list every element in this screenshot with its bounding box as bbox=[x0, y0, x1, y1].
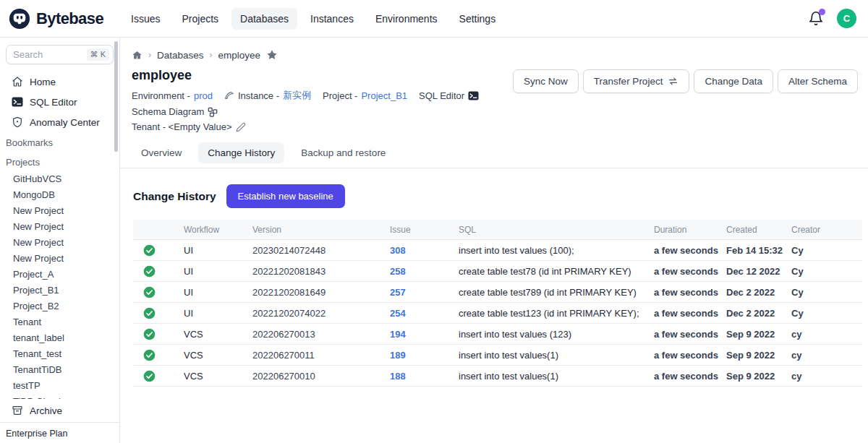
plan-label: Enterprise Plan bbox=[0, 422, 119, 443]
col-status bbox=[133, 228, 184, 231]
nav-item[interactable]: Instances bbox=[302, 8, 362, 30]
change-data-label: Change Data bbox=[705, 76, 762, 87]
archive-icon bbox=[12, 405, 23, 416]
duration-cell: a few seconds bbox=[654, 327, 726, 341]
nav-item[interactable]: Projects bbox=[174, 8, 228, 30]
sidebar-project-list: GitHubVCS MongoDB New Project New Projec… bbox=[0, 171, 119, 399]
sidebar-project-item[interactable]: New Project bbox=[0, 251, 119, 267]
breadcrumb-employee[interactable]: employee bbox=[218, 50, 261, 61]
project-link[interactable]: Project_B1 bbox=[361, 90, 407, 101]
user-avatar[interactable]: C bbox=[837, 9, 856, 28]
sql-cell: create table test78 (id int PRIMARY KEY) bbox=[459, 264, 654, 278]
nav-item[interactable]: Environments bbox=[367, 8, 446, 30]
table-row[interactable]: UI 20221202081649 257 create table test7… bbox=[133, 282, 862, 303]
sidebar-project-item[interactable]: Project_B1 bbox=[0, 283, 119, 298]
issue-link[interactable]: 188 bbox=[390, 369, 459, 383]
sidebar-project-item[interactable]: New Project bbox=[0, 235, 119, 251]
home-icon bbox=[12, 76, 23, 87]
issue-link[interactable]: 254 bbox=[390, 306, 459, 320]
breadcrumb: › Databases › employee bbox=[120, 38, 868, 61]
sync-now-button[interactable]: Sync Now bbox=[513, 69, 579, 93]
workflow-cell: UI bbox=[184, 306, 252, 320]
status-cell bbox=[133, 285, 184, 300]
sidebar-project-item[interactable]: Project_A bbox=[0, 267, 119, 283]
sidebar-project-item[interactable]: MongoDB bbox=[0, 187, 119, 203]
version-cell: 202206270010 bbox=[252, 369, 390, 383]
issue-link[interactable]: 257 bbox=[390, 285, 459, 299]
bytebase-logo[interactable]: Bytebase bbox=[9, 8, 103, 30]
created-cell: Sep 9 2022 bbox=[726, 327, 791, 341]
col-version: Version bbox=[252, 223, 390, 236]
issue-link[interactable]: 258 bbox=[390, 264, 459, 278]
sidebar-item-archive[interactable]: Archive bbox=[0, 399, 119, 422]
sidebar-item-home[interactable]: Home bbox=[0, 72, 119, 92]
duration-cell: a few seconds bbox=[654, 264, 726, 278]
sidebar-project-item[interactable]: tenant_label bbox=[0, 330, 119, 346]
sidebar-item-sql-editor[interactable]: SQL Editor bbox=[0, 92, 119, 112]
sidebar-project-item[interactable]: New Project bbox=[0, 219, 119, 235]
table-row[interactable]: VCS 202206270013 194 insert into test va… bbox=[133, 324, 862, 345]
issue-link[interactable]: 189 bbox=[390, 348, 459, 362]
sidebar-scrollbar[interactable] bbox=[114, 41, 118, 152]
meta-environment: Environment - prod bbox=[132, 89, 213, 102]
sidebar-section-bookmarks[interactable]: Bookmarks bbox=[0, 132, 119, 152]
sidebar-project-item[interactable]: Project_B2 bbox=[0, 298, 119, 314]
sync-now-label: Sync Now bbox=[524, 76, 568, 87]
sidebar-item-anomaly-center[interactable]: Anomaly Center bbox=[0, 112, 119, 132]
change-data-button[interactable]: Change Data bbox=[694, 69, 773, 93]
success-check-icon bbox=[143, 370, 156, 382]
bytebase-logo-icon bbox=[9, 8, 30, 30]
environment-link[interactable]: prod bbox=[194, 90, 213, 101]
section-title: Change History bbox=[133, 190, 216, 203]
transfer-project-button[interactable]: Transfer Project bbox=[583, 69, 690, 93]
duration-cell: a few seconds bbox=[654, 348, 726, 362]
breadcrumb-home-icon[interactable] bbox=[132, 50, 142, 61]
tab[interactable]: Change History bbox=[198, 142, 284, 163]
table-row[interactable]: VCS 202206270010 188 insert into test va… bbox=[133, 366, 862, 387]
page-actions: Sync Now Transfer Project Change Data Al… bbox=[513, 68, 858, 132]
version-cell: 202206270013 bbox=[252, 327, 390, 341]
schema-diagram-link[interactable]: Schema Diagram bbox=[132, 106, 218, 117]
success-check-icon bbox=[143, 286, 156, 298]
sidebar-project-item[interactable]: TiDB Cloud bbox=[0, 394, 119, 399]
table-body: UI 20230214072448 308 insert into test v… bbox=[133, 240, 862, 387]
creator-cell: Cy bbox=[791, 285, 862, 299]
notifications-button[interactable] bbox=[808, 11, 824, 27]
issue-link[interactable]: 308 bbox=[390, 244, 459, 257]
nav-item[interactable]: Settings bbox=[451, 8, 505, 30]
sidebar-item-label: Archive bbox=[30, 405, 62, 416]
sidebar-section-projects[interactable]: Projects bbox=[0, 152, 119, 171]
instance-link[interactable]: 新实例 bbox=[283, 89, 311, 102]
alter-schema-button[interactable]: Alter Schema bbox=[778, 69, 858, 93]
table-row[interactable]: UI 20230214072448 308 insert into test v… bbox=[133, 240, 862, 261]
database-meta: Environment - prod Instance - 新实例 P bbox=[132, 89, 513, 132]
transfer-project-label: Transfer Project bbox=[594, 76, 663, 87]
sidebar-project-item[interactable]: Tenant bbox=[0, 314, 119, 330]
table-row[interactable]: UI 20221202081843 258 create table test7… bbox=[133, 261, 862, 282]
sidebar-project-item[interactable]: GitHubVCS bbox=[0, 171, 119, 187]
sidebar-project-item[interactable]: New Project bbox=[0, 203, 119, 219]
sidebar-project-item[interactable]: testTP bbox=[0, 378, 119, 394]
col-duration: Duration bbox=[654, 223, 726, 236]
table-row[interactable]: VCS 202206270011 189 insert into test va… bbox=[133, 345, 862, 366]
search-input[interactable]: Search ⌘ K bbox=[6, 45, 114, 64]
tab[interactable]: Backup and restore bbox=[292, 142, 395, 163]
sidebar-project-item[interactable]: Tenant_test bbox=[0, 346, 119, 362]
change-history-table: Workflow Version Issue SQL Duration Crea… bbox=[133, 220, 862, 387]
nav-item[interactable]: Databases bbox=[231, 8, 297, 30]
sidebar-project-item[interactable]: TenantTiDB bbox=[0, 362, 119, 378]
duration-cell: a few seconds bbox=[654, 285, 726, 299]
sql-editor-link[interactable]: SQL Editor bbox=[419, 89, 479, 102]
favorite-star-icon[interactable] bbox=[266, 49, 278, 61]
nav-item[interactable]: Issues bbox=[122, 8, 169, 30]
meta-tenant: Tenant - <Empty Value> bbox=[132, 121, 513, 132]
issue-link[interactable]: 194 bbox=[390, 327, 459, 341]
edit-pencil-icon[interactable] bbox=[236, 122, 246, 132]
tab[interactable]: Overview bbox=[132, 142, 191, 163]
brand-name: Bytebase bbox=[36, 9, 103, 28]
workflow-cell: UI bbox=[184, 244, 252, 257]
establish-baseline-button[interactable]: Establish new baseline bbox=[226, 184, 345, 208]
breadcrumb-databases[interactable]: Databases bbox=[157, 50, 204, 61]
table-row[interactable]: UI 20221202074022 254 create table test1… bbox=[133, 303, 862, 324]
meta-instance: Instance - 新实例 bbox=[224, 89, 311, 102]
